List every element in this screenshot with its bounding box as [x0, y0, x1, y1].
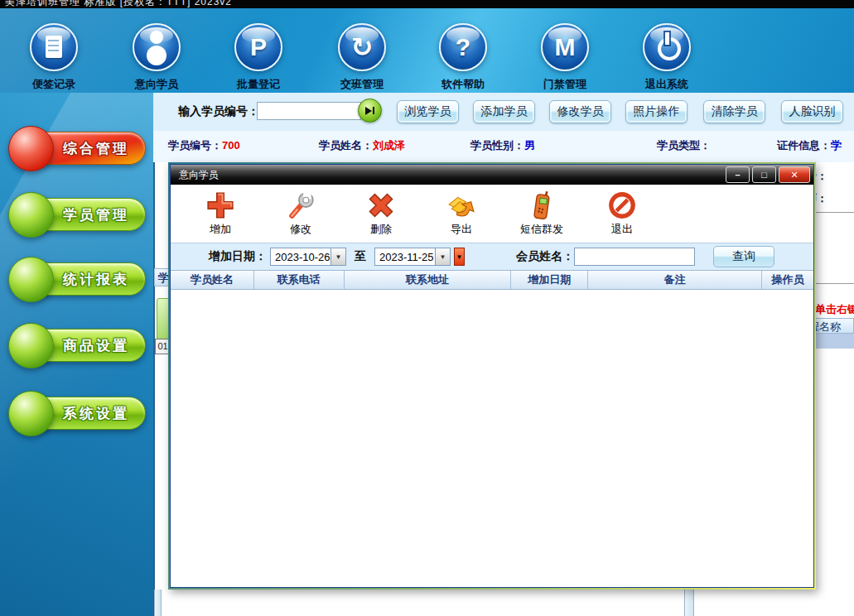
member-name-input[interactable] — [574, 248, 695, 266]
id-info-field: 证件信息：学 — [777, 138, 842, 153]
student-id-field: 学员编号：700 — [168, 138, 240, 153]
column-header[interactable]: 学员姓名 — [171, 271, 254, 289]
close-button[interactable]: ✕ — [779, 166, 810, 183]
letter-p-icon: P — [234, 23, 282, 71]
sidebar: 综合管理 学员管理 统计报表 商品设置 系统设置 — [0, 93, 153, 616]
student-name-field: 学员姓名：刘成泽 — [319, 138, 405, 153]
prospective-students-dialog: 意向学员 – □ ✕ 增加 修改 — [168, 162, 816, 590]
tool-batch-register[interactable]: P 批量登记 — [213, 23, 304, 92]
edit-student-button[interactable]: 修改学员 — [549, 100, 611, 123]
app-titlebar: 美泽培训班管理 标准版 [授权名：TTT] 2023v2 — [0, 0, 854, 8]
right-click-hint: 单击右键 — [815, 302, 854, 317]
green-sphere-icon — [8, 192, 54, 238]
power-icon — [643, 23, 691, 71]
column-header[interactable]: 联系电话 — [254, 271, 345, 289]
date-to-picker[interactable]: 2023-11-25 ▼ — [374, 248, 451, 266]
app-title: 美泽培训班管理 标准版 [授权名：TTT] 2023v2 — [5, 0, 232, 8]
plus-icon — [205, 190, 235, 220]
sidebar-item-products[interactable]: 商品设置 — [8, 326, 146, 364]
member-name-label: 会员姓名： — [516, 249, 574, 264]
minimize-button[interactable]: – — [726, 166, 750, 183]
exit-button[interactable]: 退出 — [589, 190, 655, 237]
sidebar-item-reports[interactable]: 统计报表 — [8, 260, 146, 298]
red-dropdown-button[interactable]: ▼ — [454, 248, 465, 266]
maximize-button[interactable]: □ — [752, 166, 776, 183]
sidebar-item-comprehensive[interactable]: 综合管理 — [8, 129, 146, 167]
notes-icon — [30, 23, 78, 71]
student-id-label: 输入学员编号： — [178, 104, 259, 119]
letter-m-icon: M — [541, 23, 589, 71]
dialog-titlebar[interactable]: 意向学员 – □ ✕ — [171, 165, 813, 185]
no-entry-icon — [607, 190, 637, 220]
to-label: 至 — [355, 249, 366, 264]
green-sphere-icon — [8, 391, 54, 436]
sidebar-item-settings[interactable]: 系统设置 — [8, 394, 146, 432]
date-from-picker[interactable]: 2023-10-26 ▼ — [270, 248, 346, 266]
browse-students-button[interactable]: 浏览学员 — [397, 100, 459, 123]
student-gender-field: 学员性别：男 — [470, 138, 535, 153]
add-button[interactable]: 增加 — [187, 190, 253, 237]
wrench-icon — [286, 190, 316, 220]
dialog-filter-row: 增加日期： 2023-10-26 ▼ 至 2023-11-25 ▼ ▼ 会员姓名… — [171, 243, 813, 270]
chevron-down-icon[interactable]: ▼ — [435, 248, 450, 265]
tool-label: 便签记录 — [8, 77, 99, 92]
chevron-down-icon[interactable]: ▼ — [331, 248, 345, 265]
date-to-value: 2023-11-25 — [375, 248, 435, 265]
tool-notes[interactable]: 便签记录 — [8, 23, 99, 92]
student-id-value: 700 — [222, 139, 240, 152]
tool-software-help[interactable]: ? 软件帮助 — [417, 23, 509, 92]
query-button[interactable]: 查询 — [713, 246, 774, 267]
phone-icon — [527, 190, 557, 220]
person-icon — [133, 23, 181, 71]
tool-label: 交班管理 — [316, 77, 408, 92]
column-header[interactable]: 联系地址 — [345, 271, 512, 289]
go-button[interactable] — [358, 99, 382, 123]
tool-label: 意向学员 — [111, 77, 202, 92]
column-header[interactable]: 备注 — [588, 271, 762, 289]
tool-label: 批量登记 — [213, 77, 304, 92]
tool-label: 门禁管理 — [519, 77, 610, 92]
column-header[interactable]: 操作员 — [762, 271, 813, 289]
column-header[interactable]: 增加日期 — [511, 271, 588, 289]
face-recognition-button[interactable]: 人脸识别 — [781, 100, 843, 123]
dialog-title: 意向学员 — [179, 168, 723, 182]
edit-button[interactable]: 修改 — [268, 190, 334, 237]
export-icon — [446, 190, 476, 220]
green-sphere-icon — [8, 323, 54, 368]
tool-label: 软件帮助 — [417, 77, 509, 92]
delete-button[interactable]: 删除 — [348, 190, 414, 237]
divider — [816, 283, 854, 284]
student-type-field: 学员类型： — [657, 138, 711, 153]
date-from-value: 2023-10-26 — [271, 248, 331, 265]
tool-door-access[interactable]: M 门禁管理 — [519, 23, 610, 92]
tool-label: 退出系统 — [621, 77, 712, 92]
dialog-table-header: 学员姓名 联系电话 联系地址 增加日期 备注 操作员 — [171, 270, 813, 290]
green-sphere-icon — [8, 257, 54, 302]
add-student-button[interactable]: 添加学员 — [473, 100, 535, 123]
student-gender-value: 男 — [524, 139, 535, 152]
tool-shift-management[interactable]: ↻ 交班管理 — [316, 23, 408, 92]
sidebar-item-students[interactable]: 学员管理 — [8, 195, 146, 233]
dialog-toolbar: 增加 修改 删除 — [171, 185, 813, 243]
tool-exit-system[interactable]: 退出系统 — [621, 23, 712, 92]
top-toolbar: 便签记录 意向学员 P 批量登记 ↻ 交班管理 ? 软件帮助 M 门禁管理 退出… — [0, 8, 854, 93]
left-scrollbar[interactable] — [154, 590, 162, 616]
photo-operations-button[interactable]: 照片操作 — [625, 100, 688, 123]
dialog-table-body[interactable] — [171, 290, 813, 587]
student-id-input[interactable] — [257, 102, 361, 120]
red-x-icon — [366, 190, 396, 220]
divider — [816, 212, 854, 213]
question-icon: ? — [439, 23, 487, 71]
clear-student-button[interactable]: 清除学员 — [703, 100, 765, 123]
student-name-value: 刘成泽 — [373, 139, 405, 152]
red-sphere-icon — [8, 126, 54, 171]
sync-icon: ↻ — [338, 23, 386, 71]
export-button[interactable]: 导出 — [428, 190, 495, 237]
tool-prospective-students[interactable]: 意向学员 — [111, 23, 202, 92]
id-info-value: 学 — [831, 139, 842, 152]
date-label: 增加日期： — [209, 249, 267, 264]
sms-broadcast-button[interactable]: 短信群发 — [509, 190, 575, 237]
panel-divider[interactable] — [684, 590, 694, 616]
